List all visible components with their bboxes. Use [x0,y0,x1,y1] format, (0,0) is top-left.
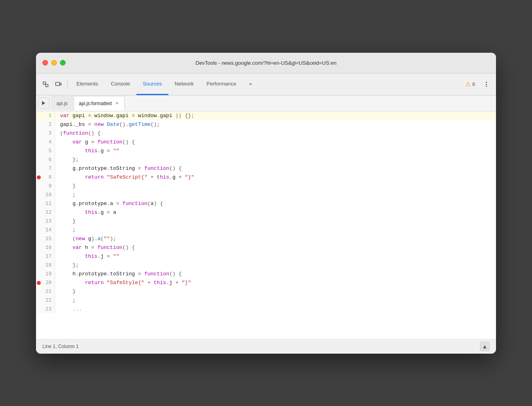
line-number[interactable]: 11 [36,199,55,208]
code-line: 10 ; [36,191,496,199]
warning-badge[interactable]: ⚠ 6 [462,79,478,90]
title-bar: DevTools - news.google.com/?hl=en-US&gl=… [36,53,496,74]
line-number[interactable]: 18 [36,261,55,270]
traffic-lights [42,60,66,66]
code-content: ; [55,191,496,199]
file-tab-api-js-formatted[interactable]: api.js:formatted ✕ [74,96,125,110]
code-content: this.g = "" [55,147,496,155]
devtools-window: DevTools - news.google.com/?hl=en-US&gl=… [36,53,496,354]
code-content: var g = function() { [55,138,496,147]
code-line: 20 return "SafeStyle{" + this.j + "}" [36,279,496,287]
code-line: 4 var g = function() { [36,138,496,147]
line-number[interactable]: 2 [36,120,55,129]
code-line: 1var gapi = window.gapi = window.gapi ||… [36,111,496,120]
tab-elements[interactable]: Elements [70,73,104,95]
line-number[interactable]: 4 [36,138,55,147]
code-content: (function() { [55,129,496,138]
code-content: return "SafeStyle{" + this.j + "}" [55,279,496,287]
line-number[interactable]: 7 [36,164,55,173]
code-line: 13 } [36,217,496,226]
code-content: ; [55,296,496,305]
tab-network[interactable]: Network [168,73,200,95]
code-line: 11 g.prototype.a = function(a) { [36,199,496,208]
line-number[interactable]: 8 [36,173,55,182]
tab-sources[interactable]: Sources [136,73,168,95]
status-bar: Line 1, Column 1 ▲ [36,339,496,354]
inspect-icon[interactable] [39,78,52,91]
code-content: (new g).a(""); [55,235,496,243]
line-number[interactable]: 10 [36,191,55,199]
cursor-position: Line 1, Column 1 [42,344,79,349]
breakpoint-marker[interactable] [37,281,41,285]
breakpoint-marker[interactable] [37,175,41,179]
line-number[interactable]: 16 [36,243,55,252]
code-line: 14 ; [36,226,496,235]
line-number[interactable]: 13 [36,217,55,226]
code-content: } [55,182,496,191]
window-title: DevTools - news.google.com/?hl=en-US&gl=… [196,60,336,66]
code-line: 8 return "SafeScript{" + this.g + "}" [36,173,496,182]
code-content: this.g = a [55,208,496,217]
svg-point-4 [486,82,487,83]
svg-marker-7 [42,101,45,105]
code-line: 7 g.prototype.toString = function() { [36,164,496,173]
code-line: 21 } [36,287,496,296]
line-number[interactable]: 14 [36,226,55,235]
devtools-tab-bar: Elements Console Sources Network Perform… [36,74,496,96]
code-content: } [55,217,496,226]
svg-rect-1 [46,84,48,87]
file-tab-api-js[interactable]: api.js [51,96,73,110]
close-button[interactable] [42,60,48,66]
warning-icon: ⚠ [465,80,471,88]
tab-separator [67,80,68,89]
line-number[interactable]: 22 [36,296,55,305]
line-number[interactable]: 23 [36,305,55,314]
line-number[interactable]: 15 [36,235,55,243]
more-options-icon[interactable] [480,78,493,91]
line-number[interactable]: 3 [36,129,55,138]
scroll-to-top-button[interactable]: ▲ [480,342,490,351]
code-line: 9 } [36,182,496,191]
code-editor[interactable]: 1var gapi = window.gapi = window.gapi ||… [36,111,496,339]
tab-more[interactable]: » [243,73,258,95]
svg-rect-2 [56,82,60,86]
svg-point-5 [486,84,487,85]
line-number[interactable]: 5 [36,147,55,155]
tab-console[interactable]: Console [104,73,136,95]
tabs-right-actions: ⚠ 6 [462,78,493,91]
file-tab-bar: api.js api.js:formatted ✕ [36,96,496,111]
code-line: 19 h.prototype.toString = function() { [36,270,496,279]
line-number[interactable]: 9 [36,182,55,191]
line-number[interactable]: 1 [36,111,55,120]
code-line: 16 var h = function() { [36,243,496,252]
maximize-button[interactable] [60,60,66,66]
code-line: 17 this.j = "" [36,252,496,261]
code-line: 5 this.g = "" [36,147,496,155]
device-icon[interactable] [52,78,65,91]
code-line: 15 (new g).a(""); [36,235,496,243]
line-number[interactable]: 19 [36,270,55,279]
code-content: h.prototype.toString = function() { [55,270,496,279]
tab-performance[interactable]: Performance [200,73,242,95]
code-content: ; [55,226,496,235]
code-content: var h = function() { [55,243,496,252]
code-content: this.j = "" [55,252,496,261]
code-content: var gapi = window.gapi = window.gapi || … [55,111,496,120]
line-number[interactable]: 21 [36,287,55,296]
code-content: return "SafeScript{" + this.g + "}" [55,173,496,182]
line-number[interactable]: 6 [36,155,55,164]
code-content: }; [55,155,496,164]
code-line: 23 ... [36,305,496,314]
svg-rect-0 [43,82,46,84]
line-number[interactable]: 12 [36,208,55,217]
code-line: 22 ; [36,296,496,305]
close-tab-icon[interactable]: ✕ [114,101,120,106]
code-content: } [55,287,496,296]
play-button[interactable] [38,97,50,109]
code-content: g.prototype.a = function(a) { [55,199,496,208]
code-content: gapi._bs = new Date().getTime(); [55,120,496,129]
line-number[interactable]: 17 [36,252,55,261]
line-number[interactable]: 20 [36,279,55,287]
minimize-button[interactable] [51,60,57,66]
svg-rect-3 [60,83,61,85]
